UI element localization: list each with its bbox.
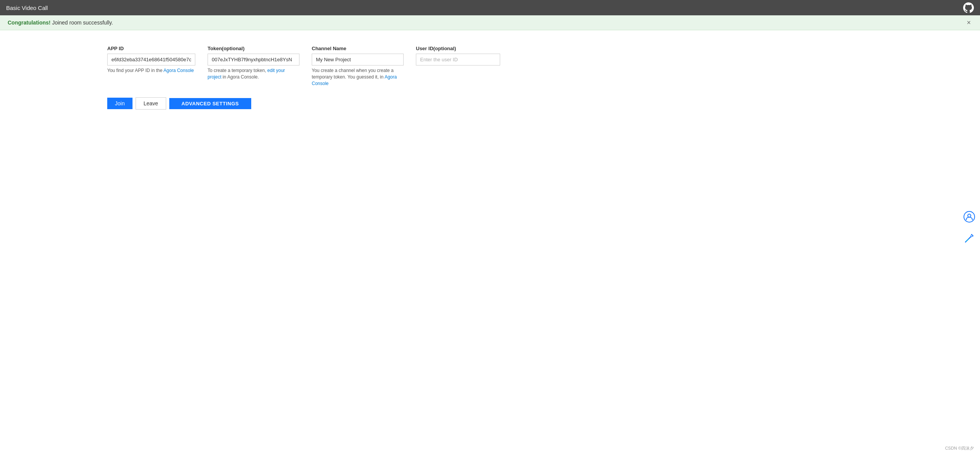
- leave-button[interactable]: Leave: [136, 97, 166, 110]
- app-id-input[interactable]: [107, 54, 195, 65]
- app-id-label: APP ID: [107, 46, 195, 51]
- app-id-hint: You find your APP ID in the Agora Consol…: [107, 67, 195, 74]
- join-button[interactable]: Join: [107, 98, 133, 109]
- github-icon[interactable]: [963, 2, 974, 13]
- channel-input[interactable]: [312, 54, 404, 65]
- buttons-row: Join Leave ADVANCED SETTINGS: [107, 97, 957, 110]
- app-header: Basic Video Call: [0, 0, 980, 15]
- channel-hint: You create a channel when you create a t…: [312, 67, 404, 87]
- banner-message: Joined room successfully.: [51, 20, 113, 26]
- main-content: APP ID You find your APP ID in the Agora…: [0, 30, 980, 125]
- user-id-group: User ID(optional): [416, 46, 500, 87]
- channel-group: Channel Name You create a channel when y…: [312, 46, 404, 87]
- token-group: Token(optional) To create a temporary to…: [208, 46, 299, 87]
- footer-text: CSDN ©四沫夕: [945, 446, 974, 450]
- tools-icon[interactable]: [962, 231, 976, 245]
- congrats-bold: Congratulations!: [8, 20, 51, 26]
- svg-point-1: [968, 214, 971, 217]
- footer: CSDN ©四沫夕: [945, 445, 974, 451]
- token-label: Token(optional): [208, 46, 299, 51]
- user-id-input[interactable]: [416, 54, 500, 65]
- floating-icons: [962, 210, 976, 245]
- user-circle-icon[interactable]: [962, 210, 976, 224]
- app-id-group: APP ID You find your APP ID in the Agora…: [107, 46, 195, 87]
- token-hint: To create a temporary token, edit your p…: [208, 67, 299, 80]
- form-row: APP ID You find your APP ID in the Agora…: [107, 46, 957, 87]
- app-id-console-link[interactable]: Agora Console: [164, 68, 194, 73]
- app-title: Basic Video Call: [6, 5, 48, 11]
- banner-close-button[interactable]: ×: [965, 19, 972, 26]
- channel-label: Channel Name: [312, 46, 404, 51]
- user-id-label: User ID(optional): [416, 46, 500, 51]
- advanced-settings-button[interactable]: ADVANCED SETTINGS: [169, 98, 251, 109]
- success-banner: Congratulations! Joined room successfull…: [0, 15, 980, 30]
- token-input[interactable]: [208, 54, 299, 65]
- svg-line-4: [966, 239, 969, 241]
- success-message: Congratulations! Joined room successfull…: [8, 20, 113, 26]
